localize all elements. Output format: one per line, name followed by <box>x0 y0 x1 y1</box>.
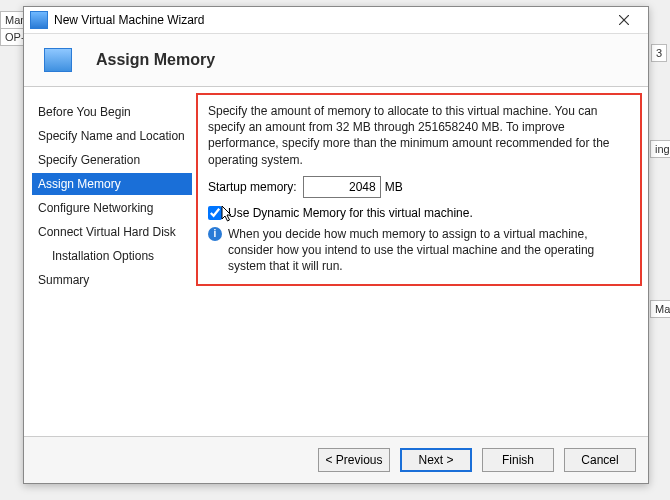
startup-memory-input[interactable] <box>303 176 381 198</box>
startup-memory-label: Startup memory: <box>208 180 297 194</box>
wizard-step[interactable]: Specify Name and Location <box>32 125 192 147</box>
dynamic-memory-row: Use Dynamic Memory for this virtual mach… <box>208 206 630 220</box>
wizard-step[interactable]: Before You Begin <box>32 101 192 123</box>
wizard-step[interactable]: Installation Options <box>32 245 192 267</box>
dynamic-memory-checkbox[interactable] <box>208 206 222 220</box>
wizard-content-pane: Specify the amount of memory to allocate… <box>192 87 648 436</box>
title-bar: New Virtual Machine Wizard <box>24 7 648 34</box>
info-row: i When you decide how much memory to ass… <box>208 226 630 275</box>
cancel-button[interactable]: Cancel <box>564 448 636 472</box>
bg-text: 3 <box>651 44 667 62</box>
wizard-footer: < Previous Next > Finish Cancel <box>24 436 648 483</box>
next-button[interactable]: Next > <box>400 448 472 472</box>
close-icon <box>619 15 629 25</box>
wizard-header: Assign Memory <box>24 34 648 87</box>
app-icon <box>30 11 48 29</box>
startup-memory-row: Startup memory: MB <box>208 176 630 198</box>
finish-button[interactable]: Finish <box>482 448 554 472</box>
window-title: New Virtual Machine Wizard <box>54 13 604 27</box>
wizard-step[interactable]: Specify Generation <box>32 149 192 171</box>
info-text: When you decide how much memory to assig… <box>228 226 630 275</box>
description-text: Specify the amount of memory to allocate… <box>208 103 630 168</box>
bg-text: Man <box>650 300 670 318</box>
dynamic-memory-label: Use Dynamic Memory for this virtual mach… <box>228 206 473 220</box>
wizard-step[interactable]: Assign Memory <box>32 173 192 195</box>
highlighted-region: Specify the amount of memory to allocate… <box>196 93 642 286</box>
startup-memory-unit: MB <box>385 180 403 194</box>
wizard-step[interactable]: Summary <box>32 269 192 291</box>
wizard-step[interactable]: Configure Networking <box>32 197 192 219</box>
wizard-window: New Virtual Machine Wizard Assign Memory… <box>23 6 649 484</box>
previous-button[interactable]: < Previous <box>318 448 390 472</box>
page-title: Assign Memory <box>96 51 215 69</box>
wizard-steps-sidebar: Before You BeginSpecify Name and Locatio… <box>24 87 192 436</box>
info-icon: i <box>208 227 222 241</box>
memory-icon <box>44 48 72 72</box>
close-button[interactable] <box>604 9 644 31</box>
bg-text: ings <box>650 140 670 158</box>
wizard-step[interactable]: Connect Virtual Hard Disk <box>32 221 192 243</box>
